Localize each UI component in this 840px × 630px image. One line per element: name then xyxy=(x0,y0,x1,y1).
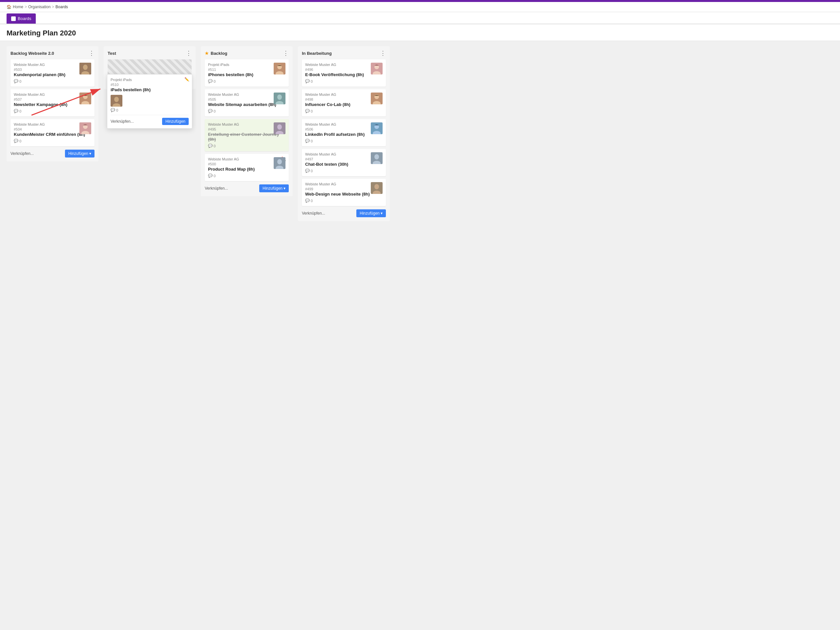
column-backlog-webseite: Backlog Webseite 2.0 ⋮ Webiste Muster AG… xyxy=(6,46,98,161)
comment-icon: 💬 xyxy=(111,108,115,112)
home-icon: 🏠 xyxy=(6,5,11,9)
card-comment: 💬 0 xyxy=(305,139,313,143)
svg-point-36 xyxy=(374,154,379,159)
add-button[interactable]: Hinzufügen ▾ xyxy=(356,209,386,217)
card-footer: 💬 0 xyxy=(208,79,286,83)
avatar xyxy=(274,63,286,74)
column-footer: Verknüpfen... Hinzufügen ▾ xyxy=(302,209,386,217)
svg-point-24 xyxy=(277,159,282,164)
column-menu-button[interactable]: ⋮ xyxy=(186,50,192,56)
column-menu-button[interactable]: ⋮ xyxy=(283,50,289,56)
card-footer: 💬 0 xyxy=(14,139,91,143)
card-footer: 💬 0 xyxy=(208,174,286,178)
card-footer: 💬 0 xyxy=(208,109,286,113)
column-header: Backlog Webseite 2.0 ⋮ xyxy=(11,50,95,56)
avatar xyxy=(274,93,286,104)
column-menu-button[interactable]: ⋮ xyxy=(380,50,386,56)
card-footer: 💬 0 xyxy=(14,79,91,83)
add-button[interactable]: Hinzufügen ▾ xyxy=(65,150,95,158)
card-footer: 💬 0 xyxy=(208,144,286,148)
column-in-bearbeitung: In Bearbeitung ⋮ Webiste Muster AG #496 … xyxy=(298,46,390,221)
column-title: Test xyxy=(107,51,116,56)
column-title: Backlog Webseite 2.0 xyxy=(11,51,54,56)
svg-point-10 xyxy=(114,97,119,102)
card-footer: 💬 0 xyxy=(305,169,382,173)
page-title: Marketing Plan 2020 xyxy=(6,29,834,38)
card-comment: 💬 0 xyxy=(305,109,313,113)
edit-icon[interactable]: ✏️ xyxy=(185,77,189,82)
comment-icon: 💬 xyxy=(208,144,213,148)
avatar xyxy=(371,93,382,104)
svg-point-1 xyxy=(83,65,88,70)
floating-card[interactable]: ✏️ Projekt iPads #510 iPads bestellen (8… xyxy=(107,74,192,129)
card-comment: 💬 0 xyxy=(14,79,21,83)
breadcrumb-org[interactable]: Organisation xyxy=(28,5,51,9)
avatar xyxy=(79,122,91,134)
link-button[interactable]: Verknüpfen... xyxy=(205,186,228,191)
card-495[interactable]: Webiste Muster AG #495 Erstellung einer … xyxy=(205,119,289,151)
card-comment: 💬 0 xyxy=(111,108,189,112)
svg-point-39 xyxy=(374,184,379,189)
card-507[interactable]: Webiste Muster AG #507 Newsletter Kampag… xyxy=(11,89,95,117)
boards-tab-icon xyxy=(11,16,16,21)
card-footer: 💬 0 xyxy=(305,79,382,83)
card-511[interactable]: Projekt iPads #511 iPhones bestellen (8h… xyxy=(205,59,289,87)
avatar xyxy=(371,182,382,194)
column-header: Test ⋮ xyxy=(107,50,192,56)
card-503[interactable]: Webiste Muster AG #503 Kundenportal plan… xyxy=(11,59,95,87)
avatar xyxy=(111,95,122,107)
card-comment: 💬 0 xyxy=(208,144,216,148)
comment-icon: 💬 xyxy=(14,139,18,143)
add-button[interactable]: Hinzufügen xyxy=(162,118,189,125)
card-comment: 💬 0 xyxy=(208,174,216,178)
card-498[interactable]: Webiste Muster AG #498 Influencer Co-Lab… xyxy=(302,89,386,117)
column-title: In Bearbeitung xyxy=(302,51,332,56)
card-504[interactable]: Webiste Muster AG #504 KundenMeister CRM… xyxy=(11,119,95,146)
card-505[interactable]: Webiste Muster AG #505 Website Sitemap a… xyxy=(205,89,289,117)
card-company: Projekt iPads xyxy=(111,78,189,82)
card-title: iPads bestellen (8h) xyxy=(111,87,189,92)
link-button[interactable]: Verknüpfen... xyxy=(302,211,325,216)
breadcrumb-current: Boards xyxy=(55,5,68,9)
card-comment: 💬 0 xyxy=(305,199,313,203)
add-button[interactable]: Hinzufügen ▾ xyxy=(259,185,289,192)
card-497[interactable]: Webiste Muster AG #497 Chat-Bot testen (… xyxy=(302,149,386,176)
column-menu-button[interactable]: ⋮ xyxy=(88,50,95,56)
svg-point-21 xyxy=(277,124,282,129)
column-backlog: ★ Backlog ⋮ Projekt iPads #511 iPhones b… xyxy=(201,46,293,196)
card-comment: 💬 0 xyxy=(305,169,313,173)
breadcrumb-home[interactable]: Home xyxy=(13,5,23,9)
card-footer: 💬 0 xyxy=(14,109,91,113)
floating-card-container: ✏️ Projekt iPads #510 iPads bestellen (8… xyxy=(107,74,189,129)
avatar xyxy=(79,63,91,74)
tab-bar: Boards xyxy=(0,12,840,24)
comment-icon: 💬 xyxy=(14,79,18,83)
card-number: #510 xyxy=(111,83,189,87)
boards-tab-label: Boards xyxy=(18,16,31,21)
card-comment: 💬 0 xyxy=(14,139,21,143)
comment-icon: 💬 xyxy=(305,79,310,83)
avatar-image xyxy=(79,93,91,104)
card-comment: 💬 0 xyxy=(208,109,216,113)
avatar-image xyxy=(79,63,91,74)
boards-tab[interactable]: Boards xyxy=(6,13,36,24)
link-button[interactable]: Verknüpfen... xyxy=(111,119,134,124)
column-footer: Verknüpfen... Hinzufügen ▾ xyxy=(11,150,95,158)
page-header: Marketing Plan 2020 xyxy=(0,24,840,41)
column-header: ★ Backlog ⋮ xyxy=(205,50,289,56)
card-500[interactable]: ✏️ Webiste Muster AG #500 Product Road M… xyxy=(205,154,289,181)
link-button[interactable]: Verknüpfen... xyxy=(11,151,34,156)
comment-icon: 💬 xyxy=(208,79,213,83)
avatar xyxy=(274,122,286,134)
avatar xyxy=(371,122,382,134)
avatar-image xyxy=(79,122,91,134)
column-title: ★ Backlog xyxy=(205,51,227,56)
card-499[interactable]: Webiste Muster AG #499 Web-Design neue W… xyxy=(302,179,386,206)
card-506[interactable]: Webiste Muster AG #506 LinkedIn Profil a… xyxy=(302,119,386,146)
board-area: Backlog Webseite 2.0 ⋮ Webiste Muster AG… xyxy=(0,41,840,226)
svg-point-18 xyxy=(277,95,282,100)
comment-icon: 💬 xyxy=(14,109,18,113)
comment-icon: 💬 xyxy=(305,199,310,203)
card-footer: 💬 0 xyxy=(305,109,382,113)
card-496[interactable]: Webiste Muster AG #496 E-Book Veröffentl… xyxy=(302,59,386,87)
